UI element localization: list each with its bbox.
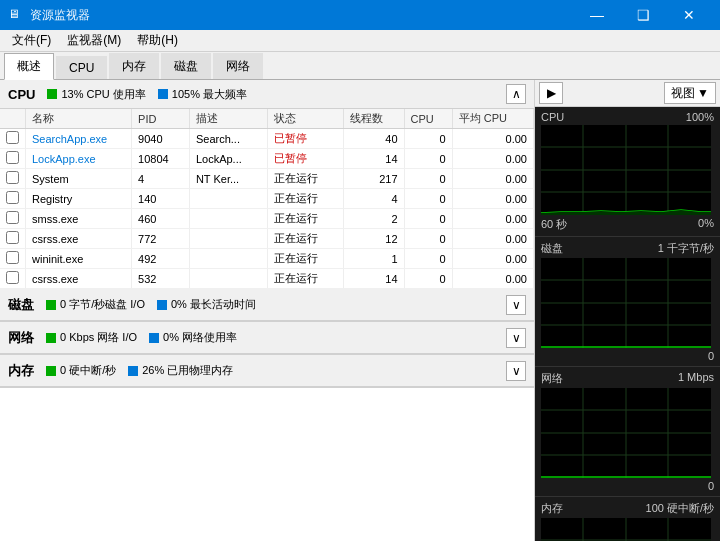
table-row: LockApp.exe10804LockAp...已暂停1400.00	[0, 149, 534, 169]
disk-graph-right-label: 1 千字节/秒	[658, 241, 714, 256]
disk-section-header[interactable]: 磁盘 0 字节/秒磁盘 I/O 0% 最长活动时间 ∨	[0, 289, 534, 321]
disk-graph-label-row: 磁盘 1 千字节/秒	[541, 241, 714, 256]
memory-section-header[interactable]: 内存 0 硬中断/秒 26% 已用物理内存 ∨	[0, 355, 534, 387]
cpu-stat2: 105% 最大频率	[158, 87, 247, 102]
col-pid[interactable]: PID	[132, 109, 190, 129]
title-bar-text: 资源监视器	[30, 7, 574, 24]
col-checkbox[interactable]	[0, 109, 26, 129]
right-panel: ▶ 视图 ▼ CPU 100%	[535, 80, 720, 541]
process-desc: NT Ker...	[189, 169, 267, 189]
process-checkbox[interactable]	[6, 151, 19, 164]
process-threads: 2	[343, 209, 404, 229]
disk-graph-canvas	[541, 258, 711, 348]
right-panel-header: ▶ 视图 ▼	[535, 80, 720, 107]
process-name: smss.exe	[26, 209, 132, 229]
disk-stat2-text: 0% 最长活动时间	[171, 297, 256, 312]
tab-network[interactable]: 网络	[213, 53, 263, 79]
menu-bar: 文件(F) 监视器(M) 帮助(H)	[0, 30, 720, 52]
network-expand-button[interactable]: ∨	[506, 328, 526, 348]
view-dropdown-button[interactable]: 视图 ▼	[664, 82, 716, 104]
process-state: 已暂停	[267, 149, 343, 169]
process-avgcpu: 0.00	[452, 189, 533, 209]
network-section-header[interactable]: 网络 0 Kbps 网络 I/O 0% 网络使用率 ∨	[0, 322, 534, 354]
disk-expand-button[interactable]: ∨	[506, 295, 526, 315]
menu-help[interactable]: 帮助(H)	[129, 30, 186, 51]
col-threads[interactable]: 线程数	[343, 109, 404, 129]
memory-expand-button[interactable]: ∨	[506, 361, 526, 381]
process-checkbox[interactable]	[6, 231, 19, 244]
cpu-section-stats: 13% CPU 使用率 105% 最大频率	[47, 87, 506, 102]
col-name[interactable]: 名称	[26, 109, 132, 129]
process-checkbox[interactable]	[6, 211, 19, 224]
tab-overview[interactable]: 概述	[4, 53, 54, 80]
restore-button[interactable]: ❑	[620, 0, 666, 30]
network-graph-svg	[541, 388, 711, 478]
process-pid: 4	[132, 169, 190, 189]
process-state: 正在运行	[267, 169, 343, 189]
menu-monitor[interactable]: 监视器(M)	[59, 30, 129, 51]
left-panel: CPU 13% CPU 使用率 105% 最大频率 ∧ 名称	[0, 80, 535, 541]
process-checkbox[interactable]	[6, 251, 19, 264]
process-state: 正在运行	[267, 269, 343, 289]
process-cpu: 0	[404, 129, 452, 149]
process-pid: 10804	[132, 149, 190, 169]
process-checkbox[interactable]	[6, 171, 19, 184]
tab-cpu[interactable]: CPU	[56, 56, 107, 79]
network-stat1-dot	[46, 333, 56, 343]
disk-graph-svg	[541, 258, 711, 348]
table-row: wininit.exe492正在运行100.00	[0, 249, 534, 269]
disk-section-title: 磁盘	[8, 296, 34, 314]
table-header-row: 名称 PID 描述 状态 线程数 CPU 平均 CPU	[0, 109, 534, 129]
disk-stat1: 0 字节/秒磁盘 I/O	[46, 297, 145, 312]
cpu-section-header[interactable]: CPU 13% CPU 使用率 105% 最大频率 ∧	[0, 80, 534, 109]
memory-graph-label-row: 内存 100 硬中断/秒	[541, 501, 714, 516]
process-checkbox[interactable]	[6, 131, 19, 144]
process-avgcpu: 0.00	[452, 249, 533, 269]
minimize-button[interactable]: —	[574, 0, 620, 30]
network-section-title: 网络	[8, 329, 34, 347]
app-icon: 🖥	[8, 7, 24, 23]
memory-section-title: 内存	[8, 362, 34, 380]
cpu-graph-label-row: CPU 100%	[541, 111, 714, 123]
tab-memory[interactable]: 内存	[109, 53, 159, 79]
process-threads: 1	[343, 249, 404, 269]
network-section: 网络 0 Kbps 网络 I/O 0% 网络使用率 ∨	[0, 322, 534, 355]
process-threads: 4	[343, 189, 404, 209]
menu-file[interactable]: 文件(F)	[4, 30, 59, 51]
process-cpu: 0	[404, 169, 452, 189]
col-avgcpu[interactable]: 平均 CPU	[452, 109, 533, 129]
network-graph-canvas	[541, 388, 711, 478]
disk-stat1-text: 0 字节/秒磁盘 I/O	[60, 297, 145, 312]
col-desc[interactable]: 描述	[189, 109, 267, 129]
process-table: 名称 PID 描述 状态 线程数 CPU 平均 CPU SearchApp.ex…	[0, 109, 534, 289]
process-name[interactable]: SearchApp.exe	[26, 129, 132, 149]
right-panel-nav-button[interactable]: ▶	[539, 82, 563, 104]
cpu-stat2-text: 105% 最大频率	[172, 87, 247, 102]
disk-stat2-dot	[157, 300, 167, 310]
process-avgcpu: 0.00	[452, 229, 533, 249]
cpu-graph-bottom-row: 60 秒 0%	[541, 217, 714, 232]
memory-section-stats: 0 硬中断/秒 26% 已用物理内存	[46, 363, 506, 378]
tab-disk[interactable]: 磁盘	[161, 53, 211, 79]
process-name[interactable]: LockApp.exe	[26, 149, 132, 169]
process-cpu: 0	[404, 149, 452, 169]
col-state[interactable]: 状态	[267, 109, 343, 129]
process-avgcpu: 0.00	[452, 169, 533, 189]
process-checkbox[interactable]	[6, 271, 19, 284]
table-row: System4NT Ker...正在运行21700.00	[0, 169, 534, 189]
process-avgcpu: 0.00	[452, 149, 533, 169]
cpu-expand-button[interactable]: ∧	[506, 84, 526, 104]
memory-stat1-dot	[46, 366, 56, 376]
process-checkbox[interactable]	[6, 191, 19, 204]
process-threads: 217	[343, 169, 404, 189]
network-graph-label-row: 网络 1 Mbps	[541, 371, 714, 386]
process-avgcpu: 0.00	[452, 269, 533, 289]
close-button[interactable]: ✕	[666, 0, 712, 30]
network-graph-bottom-row: 0	[541, 480, 714, 492]
disk-graph-label: 磁盘	[541, 241, 563, 256]
process-state: 正在运行	[267, 229, 343, 249]
process-avgcpu: 0.00	[452, 129, 533, 149]
col-cpu[interactable]: CPU	[404, 109, 452, 129]
process-table-container[interactable]: 名称 PID 描述 状态 线程数 CPU 平均 CPU SearchApp.ex…	[0, 109, 534, 289]
process-name: csrss.exe	[26, 269, 132, 289]
